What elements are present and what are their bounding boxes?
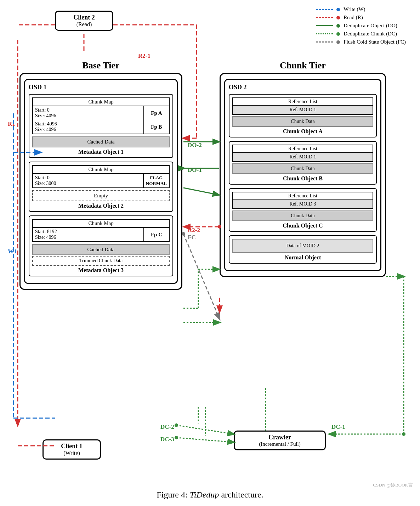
do2-label: DO-2 bbox=[188, 142, 202, 149]
chunk-map-3-row1-fp: Fp C bbox=[144, 228, 169, 241]
mo3-label: Metadata Object 3 bbox=[32, 267, 170, 274]
mo1-label: Metadata Object 1 bbox=[32, 149, 170, 155]
r1-label: R1 bbox=[8, 120, 15, 128]
fc-dot-icon bbox=[336, 40, 340, 44]
watermark: CSDN @妙BOOK言 bbox=[373, 482, 413, 488]
cob-label: Chunk Object B bbox=[232, 175, 373, 182]
legend-write-label: Write (W) bbox=[344, 6, 365, 12]
caption-prefix: Figure 4: bbox=[157, 490, 189, 499]
chunk-map-2: Chunk Map Start: 0Size: 3000 FLAGNORMAL bbox=[32, 165, 170, 188]
chunk-map-1-row2-fp: Fp B bbox=[144, 120, 169, 134]
svg-line-22 bbox=[183, 234, 220, 319]
client2-label: Client 2 bbox=[62, 14, 106, 21]
mo3-trimmed-data: Trimmed Chunk Data bbox=[32, 256, 170, 266]
osd2-title: OSD 2 bbox=[229, 84, 377, 91]
metadata-object-1: Chunk Map Start: 0Size: 4096 Fp A Start:… bbox=[29, 94, 173, 158]
ref-list-c: Reference List Ref. MOID 3 bbox=[232, 192, 373, 209]
chunk-data-c: Chunk Data bbox=[232, 210, 373, 221]
chunk-map-2-row1-left: Start: 0Size: 3000 bbox=[33, 174, 144, 187]
chunk-map-1-row1: Start: 0Size: 4096 Fp A bbox=[33, 106, 169, 120]
ref-list-b-header: Reference List bbox=[233, 145, 373, 153]
do-line-icon bbox=[316, 25, 333, 26]
osd1-title: OSD 1 bbox=[29, 84, 173, 91]
chunk-map-3-row1-left: Start: 8192Size: 4096 bbox=[33, 228, 144, 241]
no-label: Normal Object bbox=[232, 254, 373, 261]
r2-1-label: R2-1 bbox=[138, 52, 151, 60]
legend-dc-label: Deduplicate Chunk (DC) bbox=[344, 31, 397, 37]
fc-line-icon bbox=[316, 41, 333, 43]
figure-caption: Figure 4: TiDedup architecture. bbox=[0, 490, 420, 500]
chunk-map-1: Chunk Map Start: 0Size: 4096 Fp A Start:… bbox=[32, 97, 170, 134]
write-dot-icon bbox=[336, 8, 340, 11]
normal-object: Data of MOID 2 Normal Object bbox=[229, 235, 377, 264]
chunk-tier-section: Chunk Tier OSD 2 Reference List Ref. MOI… bbox=[220, 60, 386, 277]
ref-list-a-header: Reference List bbox=[233, 98, 373, 106]
base-tier-label: Base Tier bbox=[19, 60, 182, 71]
svg-point-32 bbox=[175, 436, 178, 439]
chunk-object-c: Reference List Ref. MOID 3 Chunk Data Ch… bbox=[229, 188, 377, 232]
ref-list-a: Reference List Ref. MOID 1 bbox=[232, 97, 373, 115]
svg-point-21 bbox=[402, 432, 405, 436]
chunk-map-1-row1-left: Start: 0Size: 4096 bbox=[33, 106, 144, 120]
coa-label: Chunk Object A bbox=[232, 128, 373, 135]
client2-box: Client 2 (Read) bbox=[55, 11, 113, 31]
legend: Write (W) Read (R) Deduplicate Object (D… bbox=[316, 6, 406, 45]
legend-do: Deduplicate Object (DO) bbox=[316, 23, 406, 29]
caption-italic: TiDedup bbox=[190, 490, 219, 499]
chunk-tier-container: OSD 2 Reference List Ref. MOID 1 Chunk D… bbox=[220, 73, 386, 277]
legend-dc: Deduplicate Chunk (DC) bbox=[316, 31, 406, 37]
do1-label: DO-1 bbox=[188, 167, 202, 174]
dc2-label: DC-2 bbox=[160, 423, 174, 431]
read-line-icon bbox=[316, 17, 333, 18]
chunk-map-2-header: Chunk Map bbox=[33, 166, 169, 174]
r2-2-label: R2-2 bbox=[188, 227, 200, 234]
write-line-icon bbox=[316, 9, 333, 10]
chunk-data-a: Chunk Data bbox=[232, 116, 373, 127]
crawler-box: Crawler (Incremental / Full) bbox=[234, 431, 326, 450]
ref-list-b: Reference List Ref. MOID 1 bbox=[232, 145, 373, 162]
chunk-tier-label: Chunk Tier bbox=[220, 60, 386, 71]
main-container: Write (W) Read (R) Deduplicate Object (D… bbox=[0, 0, 420, 506]
legend-read-label: Read (R) bbox=[344, 15, 363, 21]
chunk-map-3: Chunk Map Start: 8192Size: 4096 Fp C bbox=[32, 219, 170, 242]
mo1-cached-data: Cached Data bbox=[32, 136, 170, 147]
caption-suffix: architecture. bbox=[219, 490, 263, 499]
base-tier-section: Base Tier OSD 1 Chunk Map Start: 0Size: … bbox=[19, 60, 182, 290]
client1-sublabel: (Write) bbox=[50, 450, 93, 456]
svg-line-29 bbox=[176, 425, 234, 434]
client1-box: Client 1 (Write) bbox=[42, 439, 101, 460]
svg-point-30 bbox=[175, 423, 178, 427]
chunk-map-1-header: Chunk Map bbox=[33, 98, 169, 106]
client2-sublabel: (Read) bbox=[62, 21, 106, 28]
chunk-data-b: Chunk Data bbox=[232, 163, 373, 174]
legend-do-label: Deduplicate Object (DO) bbox=[344, 23, 397, 29]
ref-moid-a: Ref. MOID 1 bbox=[233, 106, 373, 114]
chunk-map-2-row1-fp: FLAGNORMAL bbox=[144, 174, 169, 187]
chunk-object-b: Reference List Ref. MOID 1 Chunk Data Ch… bbox=[229, 141, 377, 185]
mo2-label: Metadata Object 2 bbox=[32, 203, 170, 209]
crawler-label: Crawler bbox=[241, 434, 318, 441]
data-moid2: Data of MOID 2 bbox=[232, 239, 373, 253]
metadata-object-3: Chunk Map Start: 8192Size: 4096 Fp C Cac… bbox=[29, 215, 173, 276]
read-dot-icon bbox=[336, 16, 340, 19]
ref-moid-b: Ref. MOID 1 bbox=[233, 153, 373, 161]
osd2-box: OSD 2 Reference List Ref. MOID 1 Chunk D… bbox=[224, 79, 381, 271]
mo3-cached-data: Cached Data bbox=[32, 244, 170, 255]
legend-fc-label: Flush Cold State Object (FC) bbox=[344, 39, 406, 45]
client1-label: Client 1 bbox=[50, 443, 93, 450]
metadata-object-2: Chunk Map Start: 0Size: 3000 FLAGNORMAL … bbox=[29, 162, 173, 212]
chunk-object-a: Reference List Ref. MOID 1 Chunk Data Ch… bbox=[229, 94, 377, 137]
crawler-sublabel: (Incremental / Full) bbox=[241, 441, 318, 447]
chunk-map-1-row2-left: Start: 4096Size: 4096 bbox=[33, 120, 144, 134]
base-tier-container: OSD 1 Chunk Map Start: 0Size: 4096 Fp A … bbox=[19, 73, 182, 290]
dc-dot-icon bbox=[336, 32, 340, 36]
w1-label: W1 bbox=[8, 248, 17, 255]
dc3-label: DC-3 bbox=[160, 436, 174, 443]
mo2-empty: Empty bbox=[32, 190, 170, 201]
chunk-map-1-row2: Start: 4096Size: 4096 Fp B bbox=[33, 120, 169, 134]
legend-read: Read (R) bbox=[316, 15, 406, 21]
dc1-label: DC-1 bbox=[331, 423, 345, 431]
osd1-box: OSD 1 Chunk Map Start: 0Size: 4096 Fp A … bbox=[24, 79, 178, 284]
svg-line-31 bbox=[176, 438, 234, 442]
chunk-map-3-row1: Start: 8192Size: 4096 Fp C bbox=[33, 228, 169, 241]
